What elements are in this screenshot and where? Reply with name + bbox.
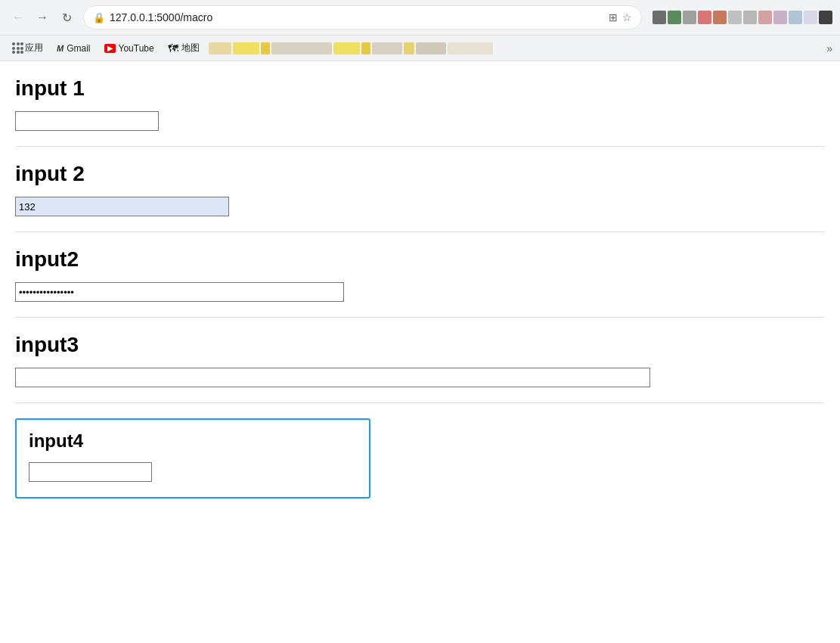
input2-field[interactable] — [15, 197, 229, 216]
color-block — [668, 11, 681, 24]
input3-section: input3 — [15, 333, 825, 387]
apps-button[interactable]: 应用 — [8, 39, 48, 57]
url-input[interactable] — [110, 11, 604, 23]
star-icon[interactable]: ☆ — [622, 11, 632, 23]
input1-field[interactable] — [15, 111, 159, 131]
bm-color — [261, 42, 270, 54]
maps-bookmark[interactable]: 🗺 地图 — [163, 39, 204, 57]
reload-button[interactable]: ↻ — [56, 7, 77, 28]
forward-button[interactable]: → — [32, 7, 53, 28]
bm-color — [333, 42, 360, 54]
gmail-icon: M — [57, 44, 64, 53]
color-block — [804, 11, 817, 24]
bm-color — [233, 42, 259, 54]
color-block — [743, 11, 757, 24]
input3-label: input3 — [15, 333, 825, 357]
bm-color — [209, 42, 231, 54]
apps-label: 应用 — [25, 42, 43, 54]
input2b-section: input2 — [15, 247, 825, 302]
input2b-label: input2 — [15, 247, 825, 272]
gmail-bookmark[interactable]: M Gmail — [52, 41, 95, 56]
bm-color — [416, 42, 446, 54]
input1-section: input 1 — [15, 76, 825, 131]
bookmark-color-tabs — [209, 42, 493, 54]
input2b-field[interactable] — [15, 282, 344, 302]
input2-section: input 2 — [15, 162, 825, 216]
bm-color — [361, 42, 370, 54]
divider-4 — [15, 402, 825, 403]
apps-grid-icon — [12, 42, 23, 54]
divider-2 — [15, 231, 825, 232]
browser-chrome: ← → ↻ 🔒 ⊞ ☆ — [0, 0, 840, 61]
back-button[interactable]: ← — [8, 7, 29, 28]
input3-field[interactable] — [15, 368, 650, 387]
translate-icon[interactable]: ⊞ — [609, 11, 618, 23]
gmail-label: Gmail — [67, 43, 90, 54]
bm-color — [271, 42, 332, 54]
bm-color — [404, 42, 414, 54]
page-content: input 1 input 2 input2 input3 input4 — [0, 61, 840, 529]
input4-field[interactable] — [29, 462, 152, 482]
youtube-icon: ▶ — [104, 44, 116, 53]
youtube-label: YouTube — [119, 43, 154, 54]
browser-toolbar: ← → ↻ 🔒 ⊞ ☆ — [0, 0, 840, 35]
divider-3 — [15, 317, 825, 318]
color-block — [728, 11, 742, 24]
color-block — [773, 11, 787, 24]
bm-color — [448, 42, 493, 54]
youtube-bookmark[interactable]: ▶ YouTube — [100, 41, 159, 56]
color-block — [819, 11, 832, 24]
color-block — [789, 11, 802, 24]
input4-label: input4 — [29, 430, 357, 452]
lock-icon: 🔒 — [93, 12, 105, 23]
address-bar[interactable]: 🔒 ⊞ ☆ — [83, 5, 642, 30]
input1-label: input 1 — [15, 76, 825, 101]
color-block — [652, 11, 666, 24]
input2-label: input 2 — [15, 162, 825, 186]
input4-highlighted-box: input4 — [15, 418, 370, 499]
more-bookmarks-button[interactable]: » — [826, 42, 832, 54]
bookmarks-bar: 应用 M Gmail ▶ YouTube 🗺 地图 » — [0, 35, 840, 61]
color-block — [713, 11, 727, 24]
color-block — [758, 11, 772, 24]
maps-label: 地图 — [181, 42, 200, 54]
bm-color — [372, 42, 402, 54]
color-block — [683, 11, 696, 24]
nav-buttons: ← → ↻ — [8, 7, 77, 28]
profile-color-blocks — [652, 11, 832, 24]
color-block — [698, 11, 711, 24]
maps-icon: 🗺 — [168, 42, 178, 54]
divider-1 — [15, 146, 825, 147]
